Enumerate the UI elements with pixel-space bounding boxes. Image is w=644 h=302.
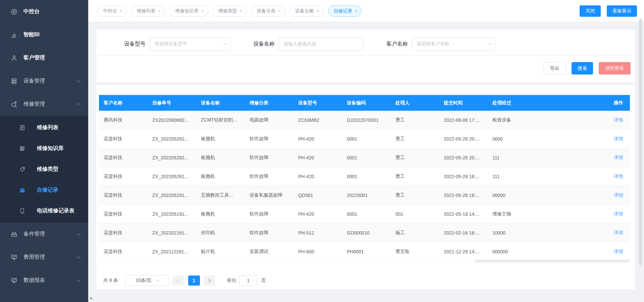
sidebar-item-console[interactable]: 中控台 [0, 0, 88, 23]
sidebar-item-self-repair-records[interactable]: 自修记录 [0, 180, 88, 200]
cell-category: 电路故障 [245, 117, 293, 123]
tab-device-categories[interactable]: 设备分类 × [251, 5, 285, 17]
table-horizontal-scrollbar[interactable] [475, 260, 630, 262]
sidebar-item-label: 设备管理 [23, 78, 77, 85]
board-display-button[interactable]: 看板展示 [607, 5, 637, 17]
cell-order: ZX_202205282... [148, 136, 196, 142]
filter-panel: 设备型号 请选择设备型号 设备名称 客户名称 请选择客户名称 导出 搜索 清空所… [96, 30, 635, 82]
chevron-down-icon [488, 42, 492, 45]
sidebar-item-knowledge-base[interactable]: 维修知识库 [0, 138, 88, 159]
tab-close-icon[interactable]: × [240, 9, 243, 13]
tab-self-repair-records[interactable]: 自修记录 × [328, 5, 362, 17]
page-size-select[interactable]: 10条/页 [125, 275, 169, 286]
sidebar-item-customers[interactable]: 客户管理 [0, 46, 88, 69]
knowledge-base-icon [19, 145, 25, 152]
sidebar-item-label: 维修知识库 [37, 145, 64, 152]
tab-close-icon[interactable]: × [317, 9, 319, 13]
filter-divider [96, 55, 635, 56]
customer-name-select[interactable]: 请选择客户名称 [412, 37, 495, 51]
page-unit-label: 页 [261, 278, 266, 284]
sidebar-item-spare-parts[interactable]: 备件管理 [0, 222, 88, 246]
cell-model: PH-420 [293, 211, 342, 217]
next-page-button[interactable] [204, 275, 215, 286]
records-table-panel: 客户名称 自修单号 设备名称 维修分类 设备型号 设备编码 处理人 提交时间 处… [96, 85, 635, 289]
device-model-select[interactable]: 请选择设备型号 [150, 37, 231, 51]
detail-link[interactable]: 详情 [614, 192, 623, 198]
horizontal-scrollbar-left-arrow[interactable] [90, 297, 92, 300]
sidebar-item-repair-list[interactable]: 维修列表 [0, 117, 88, 138]
sidebar-item-expenses[interactable]: 费用管理 [0, 246, 88, 269]
repair-search-icon [10, 101, 18, 108]
tab-close-icon[interactable]: × [158, 9, 161, 13]
search-button[interactable]: 搜索 [572, 62, 593, 74]
cell-device: 板翘机 [196, 173, 245, 180]
col-header-device: 设备名称 [196, 100, 245, 106]
cell-time: 2022-05-28 20:... [439, 155, 488, 160]
chevron-down-icon [156, 279, 159, 282]
customer-name-filter: 客户名称 请选择客户名称 [386, 37, 495, 51]
tab-knowledge-base[interactable]: 维修知识库 × [169, 5, 208, 17]
sidebar-item-partial[interactable] [0, 292, 88, 302]
cell-process: 检查设备 [488, 117, 572, 123]
close-button[interactable]: 关闭 [580, 5, 601, 17]
device-name-input[interactable] [279, 37, 364, 51]
goto-page-input[interactable] [239, 275, 257, 286]
tab-label: 自修记录 [334, 8, 353, 14]
export-button[interactable]: 导出 [543, 62, 566, 74]
detail-link[interactable]: 详情 [614, 117, 623, 122]
cell-model: PH-420 [293, 174, 342, 179]
tab-repair-types[interactable]: 维修类型 × [213, 5, 247, 17]
detail-link[interactable]: 详情 [614, 249, 623, 254]
table-row: 花篮科技 ZX_202205281... 板翘机 软件故障 PH-420 000… [99, 167, 630, 186]
device-name-label: 设备名称 [253, 41, 275, 48]
tab-device-ledger[interactable]: 设备台账 × [289, 5, 324, 17]
tab-close-icon[interactable]: × [278, 9, 281, 13]
detail-link[interactable]: 详情 [614, 211, 623, 216]
detail-link[interactable]: 详情 [614, 230, 623, 235]
cell-code: 20220001 [342, 193, 391, 198]
cell-order: ZX_202112281... [148, 249, 196, 254]
cell-model: PH-600 [293, 249, 342, 254]
repair-submenu: 维修列表 维修知识库 维修类型 自修记录 [0, 116, 88, 222]
detail-link[interactable]: 详情 [614, 155, 623, 160]
cell-handler: 曹工 [391, 192, 439, 198]
cell-device: 板翘机 [196, 155, 245, 161]
detail-link[interactable]: 详情 [614, 173, 623, 179]
console-icon [10, 8, 18, 15]
sidebar-item-label: 客户管理 [23, 54, 80, 61]
sidebar-item-reports[interactable]: 数据报表 [0, 269, 88, 292]
tab-repair-list[interactable]: 维修列表 × [131, 5, 165, 17]
clear-all-button[interactable]: 清空所有 [599, 62, 631, 74]
cell-code: DJ2022070001 [342, 117, 391, 123]
tab-close-icon[interactable]: × [201, 9, 204, 13]
page-number-current[interactable]: 1 [188, 275, 200, 286]
tab-close-icon[interactable]: × [355, 9, 358, 13]
cell-process: 000000 [488, 249, 572, 254]
sidebar-item-repair-types[interactable]: 维修类型 [0, 159, 88, 180]
cell-process: 0000 [488, 136, 572, 142]
sidebar-item-repair[interactable]: 维修管理 [0, 93, 88, 116]
cell-process: 111 [488, 155, 572, 160]
col-header-category: 维修分类 [245, 100, 293, 106]
sidebar-item-devices[interactable]: 设备管理 [0, 69, 88, 93]
cell-model: QD581 [293, 193, 342, 198]
cell-code: 0001 [342, 211, 391, 217]
table-row: 花篮科技 ZX_202205281... 五轴数控工具... 设备私服器故障 Q… [99, 186, 630, 205]
table-row: 花篮科技 ZX_202205282... 板翘机 软件故障 PH-420 000… [99, 148, 630, 167]
sidebar-item-phone-repair-log[interactable]: 电话维修记录表 [0, 200, 88, 221]
app-window: 中控台 智能BI 客户管理 设备管理 维修管理 [0, 0, 644, 302]
prev-page-button[interactable] [172, 275, 184, 286]
cell-handler: 曹工 [391, 136, 439, 142]
cell-category: 软件故障 [245, 173, 293, 180]
page-size-value: 10条/页 [136, 278, 151, 284]
cell-model: ZC63MB2 [293, 117, 342, 123]
chevron-down-icon [76, 255, 80, 258]
sidebar-item-smart-bi[interactable]: 智能BI [0, 23, 88, 46]
cell-handler: 001 [391, 211, 439, 217]
detail-link[interactable]: 详情 [614, 136, 623, 141]
vertical-scrollbar[interactable] [639, 19, 642, 265]
tab-console[interactable]: 中控台 × [97, 5, 127, 17]
chevron-down-icon [224, 42, 227, 45]
chevron-down-icon [76, 232, 80, 235]
tab-close-icon[interactable]: × [120, 9, 122, 13]
